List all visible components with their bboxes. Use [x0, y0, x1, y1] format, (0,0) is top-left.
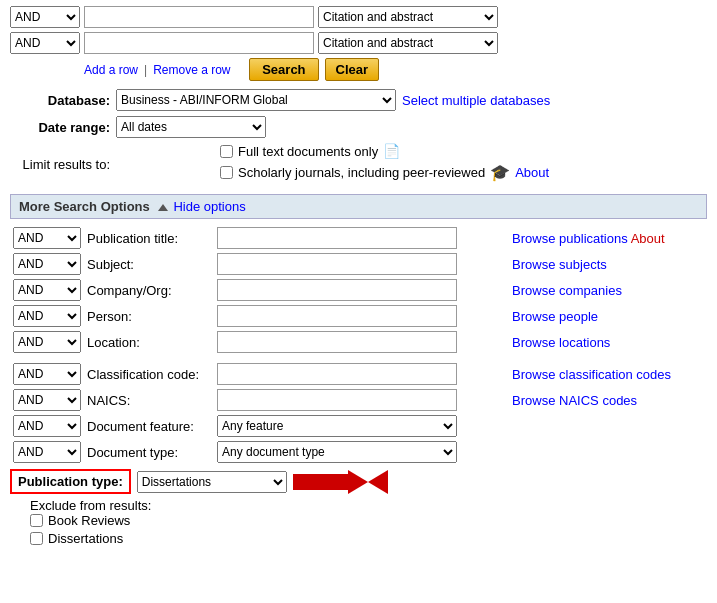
operator-select-1[interactable]: ANDORNOT: [10, 6, 80, 28]
browse-locations-link[interactable]: Browse locations: [512, 335, 610, 350]
browse-publications-link[interactable]: Browse publications: [512, 231, 628, 246]
adv-input-pub-title[interactable]: [217, 227, 457, 249]
adv-links-company: Browse companies: [509, 277, 707, 303]
adv-operator-naics[interactable]: ANDORNOT: [13, 389, 81, 411]
search-button[interactable]: Search: [249, 58, 318, 81]
full-text-checkbox[interactable]: [220, 145, 233, 158]
doc-feature-select[interactable]: Any feature Full text Peer reviewed: [217, 415, 457, 437]
adv-row-location: ANDORNOT Location: Browse locations: [10, 329, 707, 355]
adv-input-naics[interactable]: [217, 389, 457, 411]
adv-label-doc-feature: Document feature:: [84, 413, 214, 439]
mortarboard-icon: 🎓: [490, 163, 510, 182]
more-options-bar: More Search Options Hide options: [10, 194, 707, 219]
exclude-dissertations-checkbox[interactable]: [30, 532, 43, 545]
browse-naics-link[interactable]: Browse NAICS codes: [512, 393, 637, 408]
adv-select-cell-doc-type: Any document type Article Book review Co…: [214, 439, 509, 465]
exclude-from-results-label: Exclude from results:: [30, 498, 151, 513]
adv-operator-classification[interactable]: ANDORNOT: [13, 363, 81, 385]
clear-button[interactable]: Clear: [325, 58, 380, 81]
adv-select-cell-doc-feature: Any feature Full text Peer reviewed: [214, 413, 509, 439]
adv-label-subject: Subject:: [84, 251, 214, 277]
limit-results-label: Limit results to:: [10, 157, 110, 172]
adv-op-subject: ANDORNOT: [10, 251, 84, 277]
search-row-2: ANDORNOT Citation and abstract All field…: [10, 32, 707, 54]
adv-input-location[interactable]: [217, 331, 457, 353]
field-select-2[interactable]: Citation and abstract All fields Title A…: [318, 32, 498, 54]
search-row-1: ANDORNOT Citation and abstract All field…: [10, 6, 707, 28]
database-row: Database: Business - ABI/INFORM Global A…: [10, 89, 707, 111]
adv-input-subject[interactable]: [217, 253, 457, 275]
adv-label-pub-title: Publication title:: [84, 225, 214, 251]
field-select-1[interactable]: Citation and abstract All fields Title A…: [318, 6, 498, 28]
exclude-book-reviews-label: Book Reviews: [48, 513, 130, 528]
adv-op-location: ANDORNOT: [10, 329, 84, 355]
adv-operator-doc-type[interactable]: ANDORNOT: [13, 441, 81, 463]
adv-operator-doc-feature[interactable]: ANDORNOT: [13, 415, 81, 437]
adv-input-cell-naics: [214, 387, 509, 413]
adv-operator-company[interactable]: ANDORNOT: [13, 279, 81, 301]
adv-label-classification: Classification code:: [84, 361, 214, 387]
browse-subjects-link[interactable]: Browse subjects: [512, 257, 607, 272]
adv-input-company[interactable]: [217, 279, 457, 301]
full-text-row: Full text documents only 📄: [220, 143, 549, 159]
browse-companies-link[interactable]: Browse companies: [512, 283, 622, 298]
date-range-select[interactable]: All dates Last year Last 5 years: [116, 116, 266, 138]
limit-results-section: Full text documents only 📄 Scholarly jou…: [220, 143, 549, 186]
more-options-title: More Search Options: [19, 199, 150, 214]
adv-operator-pub-title[interactable]: ANDORNOT: [13, 227, 81, 249]
browse-people-link[interactable]: Browse people: [512, 309, 598, 324]
row-actions-divider: |: [144, 63, 147, 77]
arrow-indicator: [293, 470, 388, 494]
adv-input-classification[interactable]: [217, 363, 457, 385]
row-actions: Add a row | Remove a row Search Clear: [84, 58, 707, 81]
search-input-2[interactable]: [84, 32, 314, 54]
adv-op-company: ANDORNOT: [10, 277, 84, 303]
adv-row-person: ANDORNOT Person: Browse people: [10, 303, 707, 329]
adv-input-cell-classification: [214, 361, 509, 387]
adv-op-pub-title: ANDORNOT: [10, 225, 84, 251]
adv-row-company: ANDORNOT Company/Org: Browse companies: [10, 277, 707, 303]
browse-classification-link[interactable]: Browse classification codes: [512, 367, 671, 382]
adv-row-subject: ANDORNOT Subject: Browse subjects: [10, 251, 707, 277]
search-input-1[interactable]: [84, 6, 314, 28]
adv-links-doc-feature: [509, 413, 707, 439]
adv-op-person: ANDORNOT: [10, 303, 84, 329]
adv-row-naics: ANDORNOT NAICS: Browse NAICS codes: [10, 387, 707, 413]
hide-options-link[interactable]: Hide options: [158, 199, 246, 214]
exclude-dissertations-label: Dissertations: [48, 531, 123, 546]
scholarly-row: Scholarly journals, including peer-revie…: [220, 163, 549, 182]
adv-label-person: Person:: [84, 303, 214, 329]
adv-links-pub-title: Browse publications About: [509, 225, 707, 251]
adv-label-naics: NAICS:: [84, 387, 214, 413]
publication-type-label: Publication type:: [10, 469, 131, 494]
adv-row-pub-title: ANDORNOT Publication title: Browse publi…: [10, 225, 707, 251]
date-range-row: Date range: All dates Last year Last 5 y…: [10, 116, 707, 138]
adv-row-classification: ANDORNOT Classification code: Browse cla…: [10, 361, 707, 387]
main-container: ANDORNOT Citation and abstract All field…: [0, 0, 717, 555]
adv-operator-person[interactable]: ANDORNOT: [13, 305, 81, 327]
add-row-link[interactable]: Add a row: [84, 63, 138, 77]
arrow-body: [293, 474, 348, 490]
remove-row-link[interactable]: Remove a row: [153, 63, 230, 77]
database-select[interactable]: Business - ABI/INFORM Global ABI/INFORM …: [116, 89, 396, 111]
adv-operator-location[interactable]: ANDORNOT: [13, 331, 81, 353]
scholarly-about-link[interactable]: About: [515, 165, 549, 180]
operator-select-2[interactable]: ANDORNOT: [10, 32, 80, 54]
scholarly-checkbox[interactable]: [220, 166, 233, 179]
adv-operator-subject[interactable]: ANDORNOT: [13, 253, 81, 275]
exclude-book-reviews-checkbox[interactable]: [30, 514, 43, 527]
adv-input-cell-pub-title: [214, 225, 509, 251]
hide-options-label: Hide options: [173, 199, 245, 214]
adv-input-cell-company: [214, 277, 509, 303]
publication-type-select[interactable]: Dissertations Academic journal Magazine …: [137, 471, 287, 493]
adv-links-doc-type: [509, 439, 707, 465]
doc-type-select[interactable]: Any document type Article Book review Co…: [217, 441, 457, 463]
advanced-table: ANDORNOT Publication title: Browse publi…: [10, 225, 707, 465]
adv-input-person[interactable]: [217, 305, 457, 327]
pub-title-about-link[interactable]: About: [631, 231, 665, 246]
full-text-label: Full text documents only: [238, 144, 378, 159]
adv-links-location: Browse locations: [509, 329, 707, 355]
adv-op-doc-type: ANDORNOT: [10, 439, 84, 465]
select-multiple-databases-link[interactable]: Select multiple databases: [402, 93, 550, 108]
triangle-up-icon: [158, 204, 168, 211]
